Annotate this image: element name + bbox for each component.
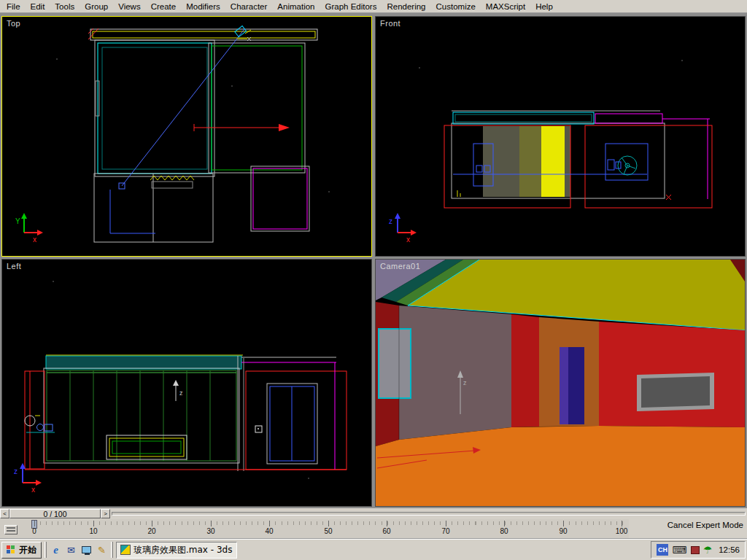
trackbar-tick-label: 40 [265,527,273,535]
mail-icon[interactable]: ✉ [65,544,77,556]
front-wireframe: z x [389,60,712,244]
task-button-3dsmax[interactable]: 玻璃房效果图.max - 3ds... [116,542,237,559]
desktop-icon[interactable] [80,544,93,556]
start-label: 开始 [19,544,36,556]
trackbar-tick: 90 [563,521,564,526]
camera-icon[interactable] [235,26,251,41]
menu-create[interactable]: Create [146,1,182,12]
z-direction-arrow: z [173,380,183,401]
trackbar-tick-label: 50 [324,527,332,535]
trackbar-tick: 20 [152,521,152,526]
viewport-area: Y x Top [0,13,747,508]
cancel-expert-mode-button[interactable]: Cancel Expert Mode [665,520,746,530]
glass-wall-grid [47,370,236,461]
system-tray: CH ⌨ ☂ 12:56 [651,541,746,559]
left-viewport-canvas[interactable]: z z x [2,260,371,506]
svg-text:x: x [406,236,410,244]
quick-launch: e ✉ ✎ [50,544,108,556]
fixture-detail [25,416,55,432]
notes-icon[interactable]: ✎ [96,544,108,556]
trackbar-tick: 30 [211,521,212,526]
menu-tools[interactable]: Tools [50,1,80,12]
menu-graph-editors[interactable]: Graph Editors [320,1,382,12]
top-wireframe: Y x [15,26,330,244]
trackbar-ruler[interactable]: 0 10 20 30 40 50 60 70 80 90 100 [0,519,629,538]
time-slider-handle[interactable]: 0 / 100 [9,509,101,518]
taskbar-clock[interactable]: 12:56 [719,545,740,554]
svg-text:x: x [33,236,36,244]
camera-shaded-scene: z [376,260,745,506]
table-detail [107,435,187,459]
taskbar-grip[interactable] [44,542,47,558]
trackbar-tick: 70 [446,521,446,526]
camera-viewport-canvas[interactable]: z [376,260,745,506]
taskbar-grip[interactable] [111,542,113,558]
svg-text:z: z [179,389,183,397]
track-bar: 0 10 20 30 40 50 60 70 80 90 100 Cancel … [0,519,747,539]
viewport-label-left[interactable]: Left [7,262,21,271]
trackbar-tick: 10 [93,521,94,526]
trackbar-tick: 50 [328,521,329,526]
umbrella-icon[interactable]: ☂ [703,545,713,555]
viewport-label-top[interactable]: Top [7,19,20,28]
keyboard-icon[interactable]: ⌨ [672,545,686,555]
svg-text:z: z [389,217,392,225]
menu-edit[interactable]: Edit [26,1,50,12]
trackbar-tick: 60 [387,521,387,526]
trackbar-tick: 100 [622,521,622,526]
mini-trackbar-button[interactable] [4,525,18,534]
3dsmax-icon [120,545,131,555]
menu-animation[interactable]: Animation [272,1,320,12]
wall-screen [637,373,714,411]
menu-group[interactable]: Group [80,1,113,12]
trackbar-tick-label: 80 [500,527,508,535]
trackbar-tick-label: 20 [147,527,155,535]
tray-app-icon[interactable] [691,546,700,554]
svg-text:z: z [14,467,18,475]
axis-tripod-front: z x [389,213,417,244]
axis-tripod-left: z x [14,463,42,494]
top-viewport-canvas[interactable]: Y x [2,17,371,256]
viewport-left[interactable]: z z x Left [1,259,372,507]
trackbar-tick-label: 100 [616,527,628,535]
viewport-front[interactable]: z x Front [375,16,746,257]
viewport-label-camera[interactable]: Camera01 [380,262,420,271]
trackbar-tick-label: 90 [559,527,567,535]
svg-text:Y: Y [15,217,20,225]
left-wireframe: z z x [14,281,347,494]
taskbar: 开始 e ✉ ✎ 玻璃房效果图.max - 3ds... CH ⌨ ☂ 12:5… [0,539,747,560]
trackbar-tick-label: 60 [382,527,390,535]
previous-frame-button[interactable]: < [0,509,9,518]
axis-tripod-top: Y x [15,213,43,244]
time-slider: < 0 / 100 > [0,508,747,519]
3dsmax-window: File Edit Tools Group Views Create Modif… [0,0,747,560]
menu-maxscript[interactable]: MAXScript [481,1,530,12]
menu-customize[interactable]: Customize [431,1,481,12]
trackbar-tick: 40 [269,521,270,526]
door [560,347,584,424]
trackbar-tick-label: 0 [32,527,36,535]
viewport-top[interactable]: Y x Top [1,16,372,257]
svg-text:z: z [463,379,467,386]
next-frame-button[interactable]: > [101,509,110,518]
menu-modifiers[interactable]: Modifiers [181,1,225,12]
svg-text:x: x [31,486,35,494]
trackbar-tick: 80 [504,521,505,526]
ime-indicator[interactable]: CH [657,544,668,556]
front-viewport-canvas[interactable]: z x [376,17,745,256]
trackbar-tick: 0 [34,521,35,526]
menu-views[interactable]: Views [113,1,145,12]
internet-explorer-icon[interactable]: e [50,544,62,556]
viewport-label-front[interactable]: Front [380,19,400,28]
viewport-camera[interactable]: z Camera01 [375,259,746,507]
time-slider-track[interactable] [112,512,746,516]
menu-rendering[interactable]: Rendering [382,1,430,12]
trackbar-tick-label: 30 [206,527,214,535]
start-button[interactable]: 开始 [1,542,42,559]
task-button-label: 玻璃房效果图.max - 3ds... [133,544,233,556]
menu-character[interactable]: Character [225,1,273,12]
trackbar-tick-label: 10 [89,527,97,535]
menu-file[interactable]: File [1,1,26,12]
menu-help[interactable]: Help [530,1,558,12]
trackbar-tick-label: 70 [441,527,449,535]
